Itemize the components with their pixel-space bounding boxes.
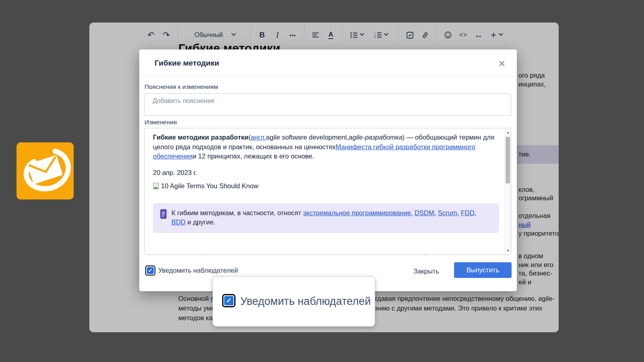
broken-image-line: 10 Agile Terms You Should Know — [153, 181, 502, 191]
dialog-header: Гибкие методики — [139, 49, 517, 76]
paragraph: Гибкие методики разработки(англ.agile so… — [153, 133, 502, 161]
rich-text: agile-разработка — [349, 134, 402, 141]
rich-text: К гибким методикам, в частности, относят — [171, 209, 303, 216]
rich-text: и 12 принципах, лежащих в его основе. — [192, 152, 314, 160]
rich-text: , — [434, 209, 438, 216]
magnified-notify-label: Уведомить наблюдателей — [240, 295, 371, 308]
date-text: 20 апр. 2023 г. — [153, 168, 502, 178]
lang-link[interactable]: англ. — [251, 134, 266, 141]
scrollbar-thumb[interactable] — [506, 137, 510, 183]
publish-dialog: Гибкие методики Пояснения к изменениям И… — [139, 49, 517, 291]
scroll-up-icon[interactable]: ▲ — [505, 129, 511, 136]
note-icon — [159, 209, 167, 219]
checkbox-check-icon: ✓ — [147, 267, 154, 274]
scrollbar[interactable]: ▲ ▼ — [504, 128, 511, 255]
info-panel: К гибким методикам, в частности, относят… — [153, 203, 499, 233]
publish-button[interactable]: Выпустить — [454, 262, 512, 278]
comment-input[interactable] — [144, 93, 511, 116]
rich-text: agile software development, — [266, 134, 349, 141]
close-icon — [499, 60, 505, 67]
notify-watchers-label: Уведомить наблюдателей — [158, 267, 238, 274]
xp-link[interactable]: экстремальное программирование — [303, 209, 411, 216]
scroll-down-icon[interactable]: ▼ — [505, 247, 511, 254]
changes-label: Изменения — [144, 119, 177, 126]
comment-label: Пояснения к изменениям — [144, 83, 218, 90]
magnified-notify-checkbox[interactable]: ✓ — [222, 294, 235, 307]
broken-image-icon — [153, 183, 159, 190]
bdd-link[interactable]: BDD — [171, 218, 186, 226]
changes-content: Гибкие методики разработки(англ.agile so… — [144, 128, 504, 255]
notify-watchers-checkbox[interactable]: ✓ — [145, 265, 155, 276]
email-app-icon[interactable] — [17, 142, 74, 200]
fdd-link[interactable]: FDD — [461, 209, 475, 216]
rich-text: и другие. — [186, 218, 215, 226]
rich-text: Гибкие методики разработки — [153, 134, 248, 141]
cancel-button[interactable]: Закрыть — [408, 264, 444, 278]
close-button[interactable] — [497, 58, 507, 69]
rich-text: , — [475, 209, 477, 216]
scrum-link[interactable]: Scrum — [438, 209, 457, 216]
checkbox-check-icon: ✓ — [224, 296, 233, 305]
clipped-paragraph: Большинство гибких методик нацелены на м… — [153, 253, 511, 255]
dsdm-link[interactable]: DSDM — [415, 209, 434, 216]
magnifier-popup: ✓ Уведомить наблюдателей — [213, 276, 375, 327]
envelope-swirl-icon — [17, 142, 74, 200]
image-alt-text: 10 Agile Terms You Should Know — [161, 181, 258, 191]
dialog-title: Гибкие методики — [155, 59, 219, 68]
changes-preview[interactable]: Гибкие методики разработки(англ.agile so… — [144, 128, 511, 255]
rich-text: , — [411, 209, 415, 216]
rich-text: , — [457, 209, 461, 216]
